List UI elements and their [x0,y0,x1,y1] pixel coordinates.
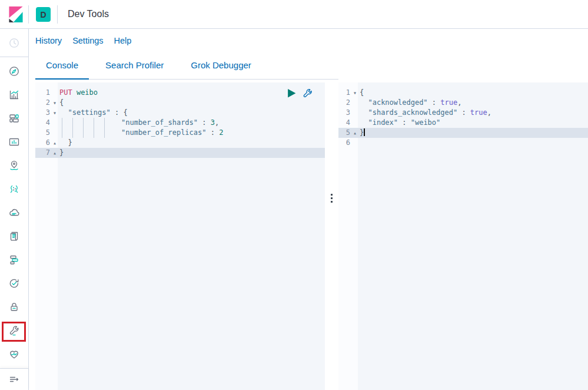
indent-guide [83,118,84,128]
indent-guide [72,128,73,138]
dashboard-icon [8,113,20,124]
sidebar-item-dev-tools[interactable] [0,319,28,342]
sidebar-item-monitoring[interactable] [0,342,28,366]
request-editor[interactable]: 1PUT weibo2▾{3▾ "settings" : {4"number_o… [35,82,325,390]
sidebar-item-logs[interactable] [0,224,28,248]
sidebar-item-discover[interactable] [0,60,28,83]
line-number: 6▴ [35,138,58,148]
request-options-button[interactable] [302,88,313,99]
sidebar-item-dashboard[interactable] [0,107,28,130]
code-text: "number_of_replicas" : 2 [58,128,325,138]
tab-grok-debugger[interactable]: Grok Debugger [180,52,262,80]
indent-guide [94,128,94,138]
code-text: PUT weibo [58,88,325,98]
collapse-icon [8,374,20,385]
sidebar-item-security[interactable] [0,295,28,319]
lock-icon [8,301,20,313]
code-line[interactable]: 6▴ } [35,138,325,148]
send-request-button[interactable] [287,88,297,98]
code-line[interactable]: 3▾ "settings" : { [35,108,325,118]
indent-guide [62,118,62,128]
line-number: 2 [338,98,358,108]
bar-chart-icon [8,89,20,101]
code-text: "shards_acknowledged" : true, [358,108,588,118]
tab-search-profiler[interactable]: Search Profiler [95,52,174,80]
fold-open-icon[interactable]: ▾ [53,98,57,108]
menu-item-help[interactable]: Help [114,36,132,45]
code-line[interactable]: 7▴} [35,148,325,158]
fold-close-icon[interactable]: ▴ [53,138,57,148]
tab-console[interactable]: Console [35,52,89,80]
code-line[interactable]: 1PUT weibo [35,88,325,98]
code-text: } [58,148,325,158]
console-menu: HistorySettingsHelp [35,29,131,52]
heartbeat-icon [8,348,20,360]
clock-icon [8,37,20,49]
wrench-icon [8,325,20,336]
code-text: "number_of_shards" : 3, [58,118,325,128]
fold-close-icon[interactable]: ▴ [53,148,57,158]
code-text: { [58,98,325,108]
canvas-icon [8,136,20,148]
line-number: 1 [35,88,58,98]
grab-handle-icon [331,194,333,203]
code-text [358,138,588,148]
line-number: 6 [338,138,358,148]
sidebar [0,29,29,390]
code-line[interactable]: 2▾{ [35,98,325,108]
fold-open-icon[interactable]: ▾ [53,108,57,118]
fold-open-icon[interactable]: ▾ [353,88,357,98]
code-line[interactable]: 1▾{ [338,88,588,98]
code-line[interactable]: 2 "acknowledged" : true, [338,98,588,108]
sidebar-item-visualize[interactable] [0,83,28,107]
apm-icon [8,254,20,266]
indent-guide [104,118,105,128]
play-icon [287,88,297,98]
cloud-icon [8,207,20,219]
page-title: Dev Tools [68,0,109,28]
ml-icon [8,183,20,195]
line-number: 2▾ [35,98,58,108]
indent-guide [72,118,73,128]
code-line[interactable]: 4"number_of_shards" : 3, [35,118,325,128]
code-text: "index" : "weibo" [358,118,588,128]
line-number: 5▴ [338,128,358,138]
text-cursor [364,128,365,136]
logs-icon [8,230,20,242]
sidebar-item-metrics[interactable] [0,201,28,224]
sidebar-item-apm[interactable] [0,248,28,272]
sidebar-item-collapse-menu[interactable] [0,368,28,390]
code-text: { [358,88,588,98]
header-divider [57,5,58,24]
sidebar-item-maps[interactable] [0,154,28,177]
line-number: 4 [35,118,58,128]
indent-guide [62,128,62,138]
line-number: 4 [338,118,358,128]
line-number: 3 [338,108,358,118]
line-number: 3▾ [35,108,58,118]
code-line[interactable]: 4 "index" : "weibo" [338,118,588,128]
line-number: 7▴ [35,148,58,158]
header-divider [28,5,29,24]
response-editor[interactable]: 1▾{2 "acknowledged" : true,3 "shards_ack… [338,82,588,390]
code-line[interactable]: 5"number_of_replicas" : 2 [35,128,325,138]
pane-resizer[interactable] [325,82,338,390]
code-text: } [58,138,325,148]
sidebar-item-machine-learning[interactable] [0,177,28,201]
wrench-icon [302,88,313,99]
code-text: "settings" : { [58,108,325,118]
kibana-logo-icon [9,6,23,22]
sidebar-item-recently-viewed[interactable] [0,31,28,55]
fold-close-icon[interactable]: ▴ [353,128,357,138]
uptime-icon [8,277,20,289]
code-line[interactable]: 6 [338,138,588,148]
sidebar-item-canvas[interactable] [0,130,28,154]
menu-item-history[interactable]: History [35,36,62,45]
line-number: 5 [35,128,58,138]
sidebar-item-uptime[interactable] [0,272,28,295]
code-line[interactable]: 5▴} [338,128,588,138]
code-text: } [358,128,588,138]
dev-tools-app-badge: D [36,7,51,22]
menu-item-settings[interactable]: Settings [72,36,103,45]
code-line[interactable]: 3 "shards_acknowledged" : true, [338,108,588,118]
